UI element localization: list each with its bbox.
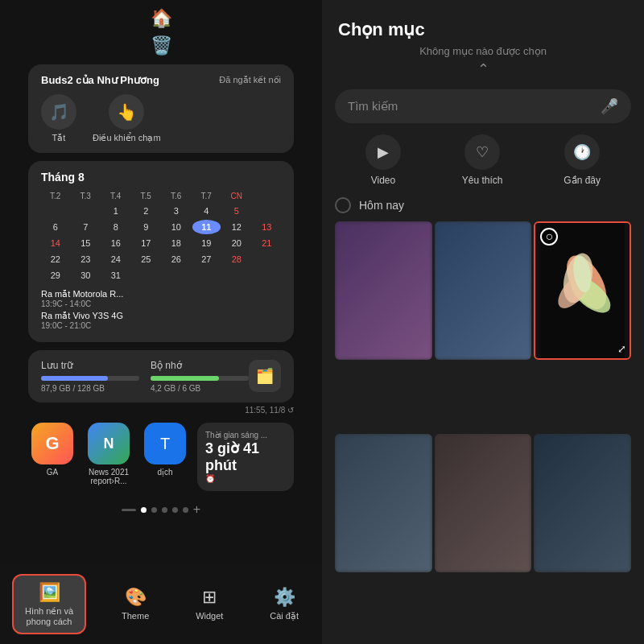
settings-icon: ⚙️ [274,587,295,608]
gallery-item-6[interactable] [534,434,631,572]
cal-day[interactable] [41,204,70,218]
app-translate[interactable]: T dịch [141,423,189,477]
cal-day-11[interactable]: 11 [192,220,221,234]
blurred-bg-4 [335,434,432,572]
cal-day[interactable]: 4 [192,204,221,218]
buds-touch-control[interactable]: 👆 Điều khiển chạm [93,94,161,143]
left-panel: 🏠 🗑️ Buds2 của Như Phương Đã ngắt kết nố… [0,0,322,644]
nav-theme[interactable]: 🎨 Theme [110,580,160,627]
cal-day[interactable]: 6 [41,220,70,234]
weather-widget: Thời gian sáng ... 3 giờ 41 phút ⏰ [197,423,294,491]
cal-day[interactable]: 8 [101,220,130,234]
expand-icon[interactable]: ⤢ [617,343,626,355]
cal-day[interactable]: 31 [101,268,130,283]
storage-size: 87,9 GB / 128 GB [41,384,139,393]
cal-day[interactable]: 7 [72,220,101,234]
nav-settings[interactable]: ⚙️ Cài đặt [258,580,310,628]
blurred-bg-1 [335,221,432,360]
search-bar[interactable]: Tìm kiếm 🎤 [335,89,631,123]
weather-title: Thời gian sáng ... [205,431,286,440]
calendar-grid: T.2 T.3 T.4 T.5 T.6 T.7 CN 1 2 3 4 5 6 7… [41,190,281,283]
nav-widget[interactable]: ⊞ Widget [184,580,234,627]
nav-wallpaper[interactable]: 🖼️ Hình nền vàphong cách [12,574,86,634]
chevron-up-icon[interactable]: ⌃ [338,60,628,78]
touch-icon: 👆 [109,94,144,130]
cal-day[interactable]: 1 [101,204,130,218]
video-icon: ▶ [365,134,401,170]
category-favorites[interactable]: ♡ Yêu thích [462,134,503,186]
theme-label: Theme [122,611,149,621]
cal-day[interactable]: 10 [162,220,191,234]
weather-time: 3 giờ 41 phút [205,440,286,474]
cal-day[interactable]: 22 [41,252,70,266]
cal-day[interactable]: 28 [222,252,251,266]
cal-day[interactable]: 27 [192,252,221,266]
recent-icon: 🕐 [564,134,600,170]
right-subtitle: Không mục nào được chọn [338,45,628,57]
calendar-card: Tháng 8 T.2 T.3 T.4 T.5 T.6 T.7 CN 1 2 3… [28,161,294,342]
storage-bar-bg [41,376,139,381]
cal-day[interactable]: 3 [162,204,191,218]
home-icon[interactable]: 🏠 [151,8,172,29]
search-placeholder: Tìm kiếm [348,99,592,114]
pagination-dots: + [122,502,200,517]
blurred-bg-2 [435,221,532,360]
cal-day[interactable]: 21 [253,236,282,250]
cal-day[interactable]: 24 [101,252,130,266]
theme-icon: 🎨 [125,587,147,608]
favorites-icon: ♡ [464,134,500,170]
trash-icon[interactable]: 🗑️ [151,35,172,56]
gallery-item-2[interactable] [435,221,532,360]
cal-day[interactable]: 19 [192,236,221,250]
cal-day[interactable]: 29 [41,268,70,283]
bottom-nav: 🖼️ Hình nền vàphong cách 🎨 Theme ⊞ Widge… [0,564,322,644]
cal-day[interactable]: 23 [72,252,101,266]
cal-day[interactable]: 18 [162,236,191,250]
right-header: Chọn mục Không mục nào được chọn ⌃ [322,0,644,89]
storage-label: Lưu trữ [41,360,139,371]
cal-day[interactable]: 14 [41,236,70,250]
mic-icon[interactable]: 🎤 [601,97,618,115]
translate-label: dịch [157,468,172,477]
cal-day[interactable]: 15 [72,236,101,250]
storage-bar-fill [41,376,108,381]
today-section: Hôm nay [335,197,631,213]
cal-day[interactable]: 16 [101,236,130,250]
cal-day[interactable]: 20 [222,236,251,250]
gallery-item-3[interactable]: ○ ⤢ [534,221,631,360]
cal-day[interactable]: 25 [132,252,161,266]
cal-day[interactable]: 2 [132,204,161,218]
cal-day[interactable]: 13 [253,220,282,234]
ga-label: GA [47,468,58,477]
dot-2 [141,507,147,513]
app-news[interactable]: N News 2021report›R... [85,423,133,485]
gallery-item-4[interactable] [335,434,432,572]
category-recent[interactable]: 🕐 Gần đây [564,134,601,186]
buds-off-control[interactable]: 🎵 Tắt [41,94,76,143]
app-ga[interactable]: G GA [28,423,76,477]
cal-day[interactable]: 30 [72,268,101,283]
ram-col: Bộ nhớ 4,2 GB / 6 GB [151,360,249,393]
widget-icon: ⊞ [202,587,217,608]
cal-header-t4: T.4 [101,190,130,202]
cal-day[interactable] [72,204,101,218]
cal-day[interactable]: 5 [222,204,251,218]
news-icon: N [88,423,130,464]
widget-label: Widget [196,611,223,621]
dot-line [122,509,136,511]
cal-day[interactable]: 17 [132,236,161,250]
wallpaper-label: Hình nền vàphong cách [25,606,73,626]
ram-bar-bg [151,376,249,381]
cal-day[interactable]: 9 [132,220,161,234]
buds-card: Buds2 của Như Phương Đã ngắt kết nối 🎵 T… [28,64,294,153]
gallery-item-5[interactable] [435,434,532,572]
right-panel: Chọn mục Không mục nào được chọn ⌃ Tìm k… [322,0,644,644]
cal-day[interactable]: 26 [162,252,191,266]
category-video[interactable]: ▶ Video [365,134,401,186]
cal-day[interactable]: 12 [222,220,251,234]
cal-events: Ra mắt Motorola R... 13:9C - 14:0C Ra mắ… [41,289,281,330]
gallery-grid: ○ ⤢ [335,221,631,644]
today-radio[interactable] [335,197,351,213]
cal-event-1: Ra mắt Motorola R... 13:9C - 14:0C [41,289,281,308]
gallery-item-1[interactable] [335,221,432,360]
